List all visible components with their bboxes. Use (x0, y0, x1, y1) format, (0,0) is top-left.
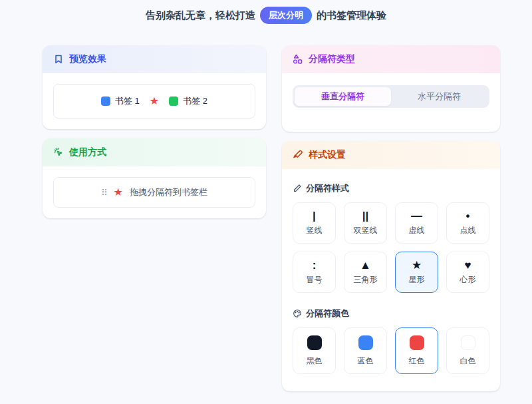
style-option-label: 竖线 (307, 225, 323, 236)
style-option-label: 点线 (460, 225, 476, 236)
page-headline: 告别杂乱无章，轻松打造 层次分明 的书签管理体验 (0, 0, 532, 24)
style-option-label: 虚线 (409, 225, 425, 236)
color-option-label: 白色 (460, 355, 476, 367)
style-option-star[interactable]: ★ 星形 (395, 252, 438, 293)
color-option-label: 蓝色 (358, 355, 374, 367)
preview-card-body: 书签 1 ★ 书签 2 (43, 73, 266, 129)
separator-color-section: 分隔符颜色 (293, 307, 489, 319)
drag-hint-text: 拖拽分隔符到书签栏 (130, 186, 207, 198)
drag-separator-row[interactable]: ⠿ ★ 拖拽分隔符到书签栏 (53, 177, 255, 208)
preview-card-header: 预览效果 (43, 45, 266, 73)
star-separator-icon: ★ (150, 96, 159, 106)
headline-prefix: 告别杂乱无章，轻松打造 (146, 9, 255, 22)
usage-card-title: 使用方式 (69, 146, 106, 158)
dash-glyph: — (411, 210, 422, 222)
usage-card-header: 使用方式 (43, 138, 266, 166)
paintbrush-icon (293, 150, 303, 160)
blue-swatch (358, 335, 373, 350)
style-option-heart[interactable]: ♥ 心形 (446, 252, 489, 293)
vertical-line-glyph: | (313, 210, 316, 222)
red-swatch (410, 335, 424, 350)
preview-card: 预览效果 书签 1 ★ 书签 2 (43, 45, 266, 129)
separator-type-header: 分隔符类型 (282, 45, 500, 73)
style-option-colon[interactable]: : 冒号 (293, 252, 336, 293)
color-option-blue[interactable]: 蓝色 (344, 327, 387, 374)
color-option-label: 红色 (409, 355, 425, 367)
star-glyph: ★ (412, 259, 422, 271)
separator-style-section: 分隔符样式 (293, 182, 489, 194)
headline-suffix: 的书签管理体验 (317, 9, 386, 22)
bookmark-item-2: 书签 2 (169, 95, 207, 107)
heart-glyph: ♥ (464, 259, 471, 271)
dot-glyph: • (466, 210, 470, 222)
double-line-glyph: || (362, 210, 369, 222)
right-column: 分隔符类型 垂直分隔符 水平分隔符 样式设置 (282, 45, 500, 391)
cursor-click-icon (53, 147, 64, 158)
separator-style-grid: | 竖线 || 双竖线 — 虚线 • 点线 (293, 202, 489, 293)
bookmark-1-label: 书签 1 (115, 95, 140, 107)
separator-color-grid: 黑色 蓝色 红色 白色 (293, 327, 489, 374)
preview-card-title: 预览效果 (69, 53, 106, 65)
star-separator-icon: ★ (114, 187, 123, 198)
style-option-label: 心形 (460, 274, 476, 286)
separator-style-label: 分隔符样式 (306, 182, 349, 194)
style-option-label: 三角形 (354, 274, 378, 286)
tab-vertical-separator[interactable]: 垂直分隔符 (295, 87, 391, 106)
shapes-icon (293, 54, 303, 65)
usage-card-body: ⠿ ★ 拖拽分隔符到书签栏 (43, 166, 266, 218)
palette-icon (293, 309, 302, 318)
bookmark-bar-preview: 书签 1 ★ 书签 2 (53, 84, 255, 118)
color-option-white[interactable]: 白色 (446, 327, 489, 374)
triangle-glyph: ▲ (360, 259, 371, 271)
bookmark-favicon-green (169, 97, 178, 106)
bookmark-favicon-blue (101, 97, 110, 106)
style-option-vertical-line[interactable]: | 竖线 (293, 202, 336, 244)
white-swatch (461, 335, 475, 350)
color-option-label: 黑色 (307, 355, 323, 367)
separator-type-tabs: 垂直分隔符 水平分隔符 (293, 85, 489, 108)
style-option-label: 星形 (409, 274, 425, 286)
bookmark-icon (53, 54, 64, 65)
separator-type-body: 垂直分隔符 水平分隔符 (282, 73, 500, 132)
separator-color-label: 分隔符颜色 (306, 307, 349, 319)
style-settings-header: 样式设置 (282, 141, 500, 169)
style-option-triangle[interactable]: ▲ 三角形 (344, 252, 387, 293)
tab-horizontal-separator[interactable]: 水平分隔符 (391, 87, 487, 106)
main-content: 预览效果 书签 1 ★ 书签 2 (43, 45, 500, 391)
style-option-label: 双竖线 (354, 225, 378, 236)
separator-type-title: 分隔符类型 (309, 53, 355, 65)
colon-glyph: : (313, 259, 317, 271)
bookmark-item-1: 书签 1 (101, 95, 140, 107)
bookmark-2-label: 书签 2 (183, 95, 207, 107)
color-option-red[interactable]: 红色 (395, 327, 438, 374)
style-option-double-line[interactable]: || 双竖线 (344, 202, 387, 244)
style-option-dash[interactable]: — 虚线 (395, 202, 438, 244)
black-swatch (307, 335, 322, 350)
color-option-black[interactable]: 黑色 (293, 327, 336, 374)
left-column: 预览效果 书签 1 ★ 书签 2 (43, 45, 266, 218)
pen-icon (293, 184, 302, 193)
style-option-dot[interactable]: • 点线 (446, 202, 489, 244)
style-settings-body: 分隔符样式 | 竖线 || 双竖线 — 虚线 (282, 169, 500, 391)
separator-type-card: 分隔符类型 垂直分隔符 水平分隔符 (282, 45, 500, 132)
style-settings-title: 样式设置 (309, 149, 346, 161)
usage-card: 使用方式 ⠿ ★ 拖拽分隔符到书签栏 (43, 138, 266, 218)
style-settings-card: 样式设置 分隔符样式 | 竖线 || 双竖线 (282, 141, 500, 391)
drag-handle-icon[interactable]: ⠿ (101, 188, 107, 198)
style-option-label: 冒号 (307, 274, 323, 286)
headline-badge: 层次分明 (260, 7, 312, 24)
